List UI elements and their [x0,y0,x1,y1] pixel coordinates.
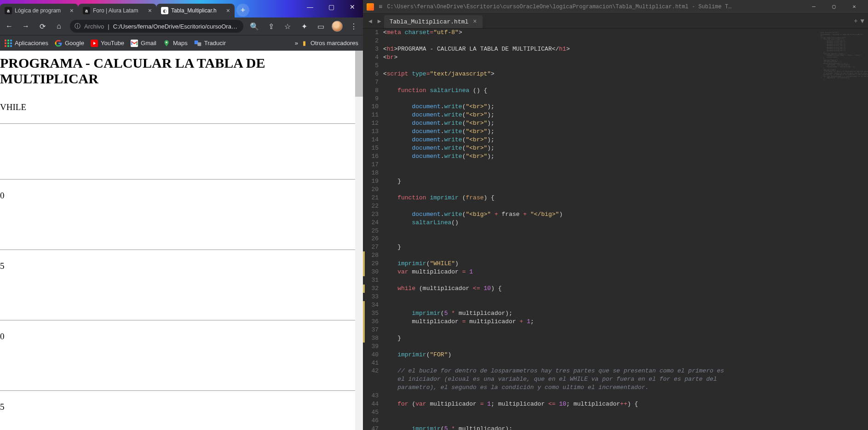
extensions-icon[interactable]: ✦ [299,21,310,32]
bookmark-label: YouTube [101,40,124,46]
editor-area: 1234567891011121314151617181920212223242… [363,29,868,430]
bookmark-label: Maps [173,40,188,46]
titlebar-path: C:\Users\ferna\OneDrive\Escritorio\curso… [387,4,799,10]
youtube-icon [91,40,98,47]
separator [0,250,363,250]
bookmark-label: Traducir [204,40,226,46]
apps-grid-icon [5,40,12,47]
reload-button[interactable]: ⟳ [37,21,48,32]
tab-close-icon[interactable]: × [70,7,74,14]
output-line: 5 [0,402,363,412]
tab-title: Foro | Alura Latam [93,7,145,14]
bookmarks-overflow: » ▮ Otros marcadores [295,40,358,46]
window-maximize-button[interactable]: ▢ [321,0,342,14]
code-area[interactable]: <meta charset="utf-8"><h1>PROGRAMA - CAL… [383,29,817,430]
favicon-globe-icon: ◐ [161,7,168,14]
tab-tabla-multiplicar[interactable]: ◐ Tabla_Multiplicar.h × [156,4,235,17]
new-tab-button[interactable]: + [236,4,249,17]
tab-close-icon[interactable]: × [473,18,477,25]
tab-title: Tabla_Multiplicar.h [171,7,224,14]
share-icon[interactable]: ⇪ [265,21,276,32]
separator [0,320,363,320]
bookmark-label: Aplicaciones [15,40,48,46]
output-line: VHILE [0,102,363,112]
tab-close-icon[interactable]: × [226,7,230,14]
sublime-logo-icon [367,3,374,11]
scrollbar-thumb[interactable] [355,51,363,97]
minimap[interactable]: <meta charset="utf-8"><h1>PROGRAMA - CAL… [817,29,868,430]
sublime-tab-label: Tabla_Multiplicar.html [390,18,469,25]
bookmark-label: Google [65,40,84,46]
sublime-tabstrip: ◀ ▶ Tabla_Multiplicar.html × + ▼ [363,14,868,29]
line-number-gutter: 1234567891011121314151617181920212223242… [363,29,383,430]
maps-icon [163,40,170,47]
tab-nav-back-icon[interactable]: ◀ [366,17,375,25]
favicon-alura-icon: a [83,7,90,14]
home-button[interactable]: ⌂ [53,21,64,32]
bookmark-translate[interactable]: Traducir [194,40,226,47]
bookmark-gmail[interactable]: Gmail [131,40,156,47]
hamburger-menu-icon[interactable]: ≡ [379,3,382,11]
url-scheme: Archivo [84,23,104,30]
bookmarks-bar: Aplicaciones Google YouTube Gmail Maps T… [0,35,363,51]
gmail-icon [131,40,138,47]
bookmark-apps[interactable]: Aplicaciones [5,40,48,47]
url-separator: | [108,23,109,30]
chrome-toolbar: ← → ⟳ ⌂ ⓘ Archivo | C:/Users/ferna/OneDr… [0,17,363,35]
bookmark-maps[interactable]: Maps [163,40,188,47]
chrome-tabstrip: a Lógica de program × a Foro | Alura Lat… [0,0,363,17]
favicon-alura-icon: a [5,7,12,14]
info-icon: ⓘ [75,22,80,30]
back-button[interactable]: ← [4,21,15,32]
bookmark-youtube[interactable]: YouTube [91,40,124,47]
tab-logica[interactable]: a Lógica de program × [0,4,78,17]
sublime-tab-active[interactable]: Tabla_Multiplicar.html × [384,15,483,28]
bookmark-google[interactable]: Google [55,40,84,47]
bookmark-star-icon[interactable]: ☆ [282,21,293,32]
tab-close-icon[interactable]: × [148,7,152,14]
scrollbar-track[interactable] [355,51,363,430]
url-text: C:/Users/ferna/OneDrive/Escritorio/curso… [113,23,237,30]
window-minimize-button[interactable]: — [299,0,321,14]
other-bookmarks-button[interactable]: Otros marcadores [310,40,358,46]
forward-button[interactable]: → [20,21,31,32]
chrome-window: a Lógica de program × a Foro | Alura Lat… [0,0,363,430]
svg-rect-4 [197,42,201,46]
page-title: PROGRAMA - CALCULAR LA TABLA DE MULTIPLI… [0,55,363,87]
bookmark-overflow-icon[interactable]: » [295,40,298,46]
separator [0,123,363,124]
tab-title: Lógica de program [15,7,67,14]
menu-icon[interactable]: ⋮ [348,21,359,32]
output-line: 0 [0,331,363,342]
tab-nav-fwd-icon[interactable]: ▶ [375,17,384,25]
sublime-window: ≡ C:\Users\ferna\OneDrive\Escritorio\cur… [363,0,868,430]
separator [0,179,363,180]
separator [0,390,363,391]
window-close-button[interactable]: ✕ [342,0,363,14]
google-icon [55,40,62,47]
tab-dropdown-icon[interactable]: ▼ [861,17,864,25]
window-close-button[interactable]: ✕ [844,0,864,13]
address-bar[interactable]: ⓘ Archivo | C:/Users/ferna/OneDrive/Escr… [70,20,243,33]
output-line: 0 [0,191,363,201]
page-content: PROGRAMA - CALCULAR LA TABLA DE MULTIPLI… [0,55,363,430]
window-minimize-button[interactable]: — [804,0,824,13]
new-tab-button[interactable]: + [854,17,857,25]
folder-icon: ▮ [303,40,306,46]
tab-foro[interactable]: a Foro | Alura Latam × [78,4,156,17]
profile-avatar[interactable] [332,21,343,32]
svg-point-2 [166,41,167,43]
bookmark-label: Gmail [141,40,156,46]
chrome-window-controls: — ▢ ✕ [299,0,363,14]
translate-icon [194,40,201,47]
sublime-window-controls: — ▢ ✕ [804,0,864,13]
search-icon[interactable]: 🔍 [249,21,260,32]
page-viewport[interactable]: PROGRAMA - CALCULAR LA TABLA DE MULTIPLI… [0,51,363,430]
window-maximize-button[interactable]: ▢ [824,0,844,13]
output-line: 5 [0,261,363,271]
sidepanel-icon[interactable]: ▭ [315,21,326,32]
sublime-titlebar: ≡ C:\Users\ferna\OneDrive\Escritorio\cur… [363,0,868,14]
